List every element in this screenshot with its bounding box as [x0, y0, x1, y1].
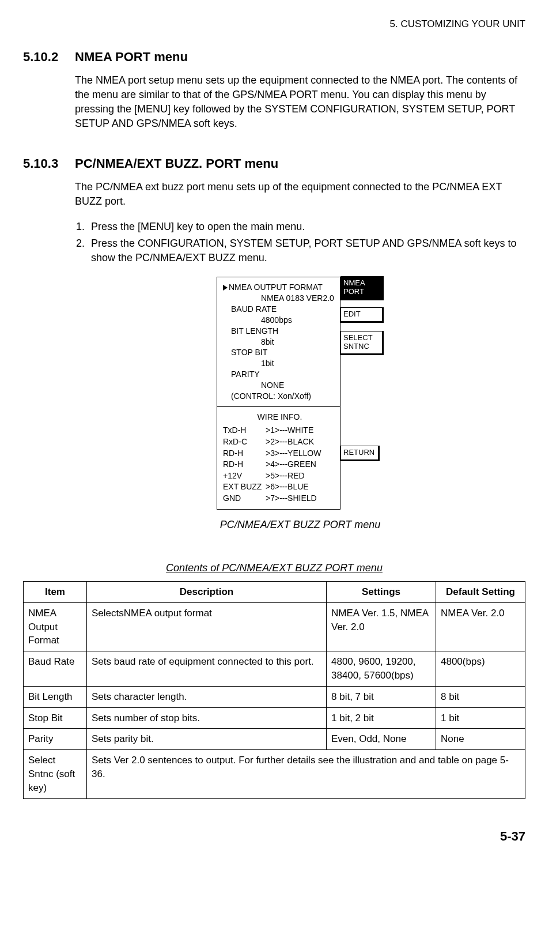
- list-item: Press the [MENU] key to open the main me…: [88, 220, 525, 234]
- wire-value: >3>---YELLOW: [266, 448, 321, 459]
- wire-label: EXT BUZZ: [223, 481, 266, 493]
- wire-value: >6>---BLUE: [266, 481, 309, 493]
- section-5-10-2: 5.10.2 NMEA PORT menu The NMEA port setu…: [23, 48, 525, 142]
- wire-label: GND: [223, 493, 266, 504]
- section-paragraph: The PC/NMEA ext buzz port menu sets up o…: [75, 180, 525, 209]
- menu-label: NMEA OUTPUT FORMAT: [229, 282, 323, 292]
- th-settings: Settings: [327, 582, 436, 603]
- wire-value: >5>---RED: [266, 470, 305, 482]
- menu-value: 1bit: [223, 358, 336, 369]
- menu-diagram: NMEA OUTPUT FORMAT NMEA 0183 VER2.0 BAUD…: [75, 277, 525, 510]
- table-row: Baud RateSets baud rate of equipment con…: [24, 651, 525, 687]
- menu-control: (CONTROL: Xon/Xoff): [223, 391, 336, 402]
- table-header-row: Item Description Settings Default Settin…: [24, 582, 525, 603]
- softkey-return[interactable]: RETURN: [340, 446, 380, 461]
- wire-value: >2>---BLACK: [266, 436, 314, 448]
- diagram-panel: NMEA OUTPUT FORMAT NMEA 0183 VER2.0 BAUD…: [217, 277, 340, 510]
- softkey-nmea-port[interactable]: NMEAPORT: [340, 276, 384, 300]
- wire-info-title: WIRE INFO.: [223, 412, 336, 423]
- list-item: Press the CONFIGURATION, SYSTEM SETUP, P…: [88, 236, 525, 265]
- softkey-edit[interactable]: EDIT: [340, 307, 384, 323]
- section-5-10-3: 5.10.3 PC/NMEA/EXT BUZZ. PORT menu The P…: [23, 155, 525, 547]
- section-number: 5.10.2: [23, 48, 75, 142]
- table-row: ParitySets parity bit.Even, Odd, NoneNon…: [24, 729, 525, 750]
- softkey-select-sntnc[interactable]: SELECTSNTNC: [340, 331, 384, 355]
- section-title: PC/NMEA/EXT BUZZ. PORT menu: [75, 155, 525, 173]
- menu-label: STOP BIT: [223, 347, 336, 358]
- section-title: NMEA PORT menu: [75, 48, 525, 66]
- menu-value: NONE: [223, 380, 336, 391]
- wire-value: >7>---SHIELD: [266, 493, 317, 504]
- menu-value: NMEA 0183 VER2.0: [223, 293, 336, 304]
- menu-value: 8bit: [223, 337, 336, 348]
- menu-value: 4800bps: [223, 315, 336, 326]
- wire-label: TxD-H: [223, 425, 266, 436]
- wire-label: RD-H: [223, 459, 266, 470]
- table-row: Bit LengthSets character length.8 bit, 7…: [24, 686, 525, 707]
- wire-value: >1>---WHITE: [266, 425, 313, 436]
- figure-caption: PC/NMEA/EXT BUZZ PORT menu: [75, 518, 525, 532]
- table-row: NMEA Output FormatSelectsNMEA output for…: [24, 602, 525, 651]
- wire-value: >4>---GREEN: [266, 459, 316, 470]
- menu-label: PARITY: [223, 369, 336, 380]
- menu-label: BIT LENGTH: [223, 326, 336, 337]
- section-number: 5.10.3: [23, 155, 75, 547]
- wire-label: RxD-C: [223, 436, 266, 448]
- th-description: Description: [87, 582, 327, 603]
- page-header: 5. CUSTOMIZING YOUR UNIT: [23, 17, 525, 31]
- softkey-panel: NMEAPORT EDIT SELECTSNTNC RETURN: [340, 277, 384, 510]
- page-number: 5-37: [23, 828, 525, 846]
- wire-label: RD-H: [223, 448, 266, 459]
- pointer-icon: [223, 285, 228, 291]
- table-row: Select Sntnc (soft key)Sets Ver 2.0 sent…: [24, 750, 525, 798]
- contents-table: Item Description Settings Default Settin…: [23, 581, 525, 799]
- th-default: Default Setting: [436, 582, 525, 603]
- step-list: Press the [MENU] key to open the main me…: [75, 220, 525, 266]
- menu-label: BAUD RATE: [223, 304, 336, 315]
- table-title: Contents of PC/NMEA/EXT BUZZ PORT menu: [23, 561, 525, 575]
- section-paragraph: The NMEA port setup menu sets up the equ…: [75, 73, 525, 131]
- wire-label: +12V: [223, 470, 266, 482]
- th-item: Item: [24, 582, 87, 603]
- table-row: Stop BitSets number of stop bits.1 bit, …: [24, 707, 525, 729]
